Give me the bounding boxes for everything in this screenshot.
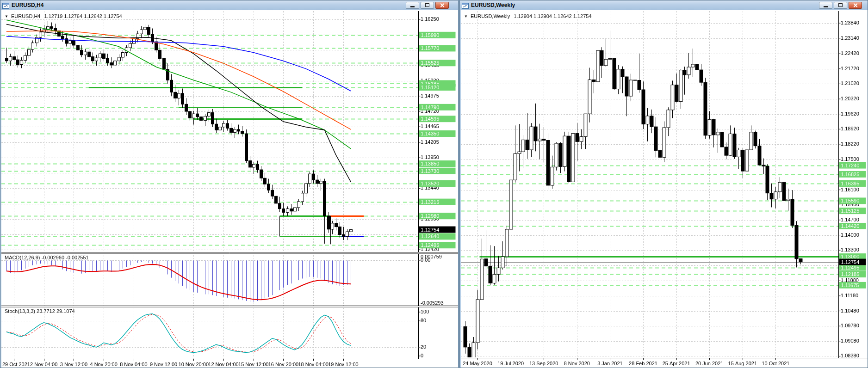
close-icon <box>853 3 858 8</box>
close-icon <box>440 3 445 8</box>
chart-window-icon <box>2 2 9 8</box>
minimize-button[interactable] <box>406 2 419 9</box>
eurusd-weekly-chart-canvas[interactable] <box>461 10 868 368</box>
minimize-icon <box>410 6 415 7</box>
window-titlebar[interactable]: EURUSD,H4 <box>0 0 458 10</box>
eurusd-h4-chart-canvas[interactable] <box>1 10 458 368</box>
minimize-button[interactable] <box>819 2 832 9</box>
window-title: EURUSD,Weekly <box>471 2 515 8</box>
restore-icon <box>425 3 429 7</box>
chart-window-eurusd-h4[interactable]: EURUSD,H4 ▼EURUSD,H41.12719 1.12764 1.12… <box>0 0 459 368</box>
window-title: EURUSD,H4 <box>12 2 43 8</box>
close-button[interactable] <box>435 2 449 9</box>
chart-window-eurusd-weekly[interactable]: EURUSD,Weekly ▼EURUSD,Weekly1.12904 1.12… <box>459 0 868 368</box>
restore-icon <box>838 3 843 7</box>
restore-button[interactable] <box>421 2 434 9</box>
close-button[interactable] <box>849 2 862 9</box>
chart-window-icon <box>462 2 469 8</box>
restore-button[interactable] <box>834 2 847 9</box>
minimize-icon <box>824 6 828 7</box>
chart-client-area <box>1 10 457 367</box>
chart-client-area <box>461 10 867 367</box>
window-titlebar[interactable]: EURUSD,Weekly <box>460 0 868 10</box>
